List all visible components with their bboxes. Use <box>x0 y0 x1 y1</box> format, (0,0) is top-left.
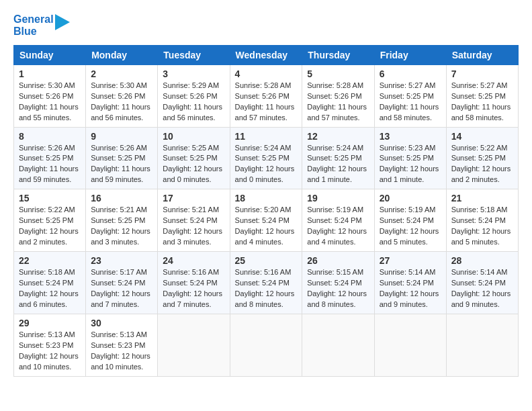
calendar-header-row: SundayMondayTuesdayWednesdayThursdayFrid… <box>14 45 519 64</box>
day-info: Sunrise: 5:17 AMSunset: 5:24 PMDaylight:… <box>91 267 152 310</box>
day-info: Sunrise: 5:27 AMSunset: 5:25 PMDaylight:… <box>380 81 441 124</box>
day-number: 27 <box>380 255 441 266</box>
day-info: Sunrise: 5:30 AMSunset: 5:26 PMDaylight:… <box>19 81 81 124</box>
calendar-day-cell: 19 Sunrise: 5:19 AMSunset: 5:24 PMDaylig… <box>302 189 374 252</box>
calendar-day-cell: 22 Sunrise: 5:18 AMSunset: 5:24 PMDaylig… <box>14 252 86 314</box>
day-number: 1 <box>19 68 81 79</box>
calendar-day-cell: 7 Sunrise: 5:27 AMSunset: 5:25 PMDayligh… <box>446 64 518 127</box>
day-number: 15 <box>19 193 81 203</box>
day-number: 10 <box>163 131 224 142</box>
calendar-day-cell: 20 Sunrise: 5:19 AMSunset: 5:24 PMDaylig… <box>374 189 446 252</box>
day-info: Sunrise: 5:27 AMSunset: 5:25 PMDaylight:… <box>451 81 513 124</box>
calendar-day-cell: 15 Sunrise: 5:22 AMSunset: 5:25 PMDaylig… <box>14 189 86 252</box>
day-number: 4 <box>235 68 298 79</box>
day-info: Sunrise: 5:24 AMSunset: 5:25 PMDaylight:… <box>235 143 298 186</box>
day-of-week-header: Sunday <box>14 45 86 64</box>
day-info: Sunrise: 5:13 AMSunset: 5:23 PMDaylight:… <box>91 330 152 373</box>
calendar-day-cell: 27 Sunrise: 5:14 AMSunset: 5:24 PMDaylig… <box>374 252 446 314</box>
day-info: Sunrise: 5:30 AMSunset: 5:26 PMDaylight:… <box>91 81 152 124</box>
logo: General Blue <box>13 13 70 38</box>
day-info: Sunrise: 5:16 AMSunset: 5:24 PMDaylight:… <box>163 267 224 310</box>
logo-container: General Blue <box>13 13 70 38</box>
day-number: 7 <box>451 68 513 79</box>
calendar-day-cell: 5 Sunrise: 5:28 AMSunset: 5:26 PMDayligh… <box>302 64 374 127</box>
calendar-day-cell: 18 Sunrise: 5:20 AMSunset: 5:24 PMDaylig… <box>230 189 302 252</box>
day-number: 17 <box>163 193 224 203</box>
day-of-week-header: Tuesday <box>158 45 230 64</box>
calendar-week-row: 8 Sunrise: 5:26 AMSunset: 5:25 PMDayligh… <box>14 127 519 189</box>
calendar-day-cell: 3 Sunrise: 5:29 AMSunset: 5:26 PMDayligh… <box>158 64 230 127</box>
day-info: Sunrise: 5:20 AMSunset: 5:24 PMDaylight:… <box>235 205 298 248</box>
calendar-day-cell: 10 Sunrise: 5:25 AMSunset: 5:25 PMDaylig… <box>158 127 230 189</box>
calendar-day-cell <box>374 314 446 376</box>
day-info: Sunrise: 5:15 AMSunset: 5:24 PMDaylight:… <box>307 267 369 310</box>
calendar-day-cell: 14 Sunrise: 5:22 AMSunset: 5:25 PMDaylig… <box>446 127 518 189</box>
day-number: 30 <box>91 318 152 328</box>
calendar-day-cell <box>446 314 518 376</box>
day-number: 21 <box>451 193 513 203</box>
calendar-day-cell: 12 Sunrise: 5:24 AMSunset: 5:25 PMDaylig… <box>302 127 374 189</box>
calendar-day-cell: 11 Sunrise: 5:24 AMSunset: 5:25 PMDaylig… <box>230 127 302 189</box>
calendar-table: SundayMondayTuesdayWednesdayThursdayFrid… <box>13 45 519 377</box>
day-info: Sunrise: 5:16 AMSunset: 5:24 PMDaylight:… <box>235 267 298 310</box>
day-of-week-header: Saturday <box>446 45 518 64</box>
day-number: 6 <box>380 68 441 79</box>
calendar-day-cell: 16 Sunrise: 5:21 AMSunset: 5:25 PMDaylig… <box>86 189 158 252</box>
calendar-day-cell: 2 Sunrise: 5:30 AMSunset: 5:26 PMDayligh… <box>86 64 158 127</box>
day-info: Sunrise: 5:28 AMSunset: 5:26 PMDaylight:… <box>235 81 298 124</box>
day-number: 9 <box>91 131 152 142</box>
day-info: Sunrise: 5:19 AMSunset: 5:24 PMDaylight:… <box>307 205 369 248</box>
day-number: 13 <box>380 131 441 142</box>
calendar-day-cell: 9 Sunrise: 5:26 AMSunset: 5:25 PMDayligh… <box>86 127 158 189</box>
calendar-day-cell: 30 Sunrise: 5:13 AMSunset: 5:23 PMDaylig… <box>86 314 158 376</box>
logo-arrow-icon <box>55 14 70 34</box>
calendar-day-cell: 21 Sunrise: 5:18 AMSunset: 5:24 PMDaylig… <box>446 189 518 252</box>
day-number: 24 <box>163 255 224 266</box>
day-info: Sunrise: 5:29 AMSunset: 5:26 PMDaylight:… <box>163 81 224 124</box>
day-info: Sunrise: 5:14 AMSunset: 5:24 PMDaylight:… <box>451 267 513 310</box>
page-header: General Blue <box>13 13 519 38</box>
day-info: Sunrise: 5:26 AMSunset: 5:25 PMDaylight:… <box>19 143 81 186</box>
day-number: 16 <box>91 193 152 203</box>
day-info: Sunrise: 5:26 AMSunset: 5:25 PMDaylight:… <box>91 143 152 186</box>
day-number: 5 <box>307 68 369 79</box>
calendar-day-cell: 17 Sunrise: 5:21 AMSunset: 5:24 PMDaylig… <box>158 189 230 252</box>
calendar-day-cell <box>158 314 230 376</box>
day-info: Sunrise: 5:23 AMSunset: 5:25 PMDaylight:… <box>380 143 441 186</box>
day-of-week-header: Monday <box>86 45 158 64</box>
calendar-day-cell: 23 Sunrise: 5:17 AMSunset: 5:24 PMDaylig… <box>86 252 158 314</box>
calendar-day-cell <box>230 314 302 376</box>
day-of-week-header: Friday <box>374 45 446 64</box>
day-number: 23 <box>91 255 152 266</box>
day-number: 26 <box>307 255 369 266</box>
day-number: 29 <box>19 318 81 328</box>
calendar-day-cell: 28 Sunrise: 5:14 AMSunset: 5:24 PMDaylig… <box>446 252 518 314</box>
day-info: Sunrise: 5:28 AMSunset: 5:26 PMDaylight:… <box>307 81 369 124</box>
day-number: 19 <box>307 193 369 203</box>
calendar-week-row: 15 Sunrise: 5:22 AMSunset: 5:25 PMDaylig… <box>14 189 519 252</box>
day-info: Sunrise: 5:25 AMSunset: 5:25 PMDaylight:… <box>163 143 224 186</box>
day-number: 8 <box>19 131 81 142</box>
day-info: Sunrise: 5:18 AMSunset: 5:24 PMDaylight:… <box>19 267 81 310</box>
day-number: 12 <box>307 131 369 142</box>
day-info: Sunrise: 5:21 AMSunset: 5:25 PMDaylight:… <box>91 205 152 248</box>
calendar-day-cell: 24 Sunrise: 5:16 AMSunset: 5:24 PMDaylig… <box>158 252 230 314</box>
day-number: 18 <box>235 193 298 203</box>
day-info: Sunrise: 5:24 AMSunset: 5:25 PMDaylight:… <box>307 143 369 186</box>
day-of-week-header: Wednesday <box>230 45 302 64</box>
day-number: 28 <box>451 255 513 266</box>
calendar-day-cell: 25 Sunrise: 5:16 AMSunset: 5:24 PMDaylig… <box>230 252 302 314</box>
day-number: 25 <box>235 255 298 266</box>
day-info: Sunrise: 5:21 AMSunset: 5:24 PMDaylight:… <box>163 205 224 248</box>
day-number: 14 <box>451 131 513 142</box>
calendar-day-cell: 6 Sunrise: 5:27 AMSunset: 5:25 PMDayligh… <box>374 64 446 127</box>
day-of-week-header: Thursday <box>302 45 374 64</box>
day-number: 3 <box>163 68 224 79</box>
calendar-week-row: 22 Sunrise: 5:18 AMSunset: 5:24 PMDaylig… <box>14 252 519 314</box>
calendar-day-cell: 8 Sunrise: 5:26 AMSunset: 5:25 PMDayligh… <box>14 127 86 189</box>
day-info: Sunrise: 5:22 AMSunset: 5:25 PMDaylight:… <box>451 143 513 186</box>
calendar-day-cell: 4 Sunrise: 5:28 AMSunset: 5:26 PMDayligh… <box>230 64 302 127</box>
calendar-day-cell: 26 Sunrise: 5:15 AMSunset: 5:24 PMDaylig… <box>302 252 374 314</box>
calendar-week-row: 29 Sunrise: 5:13 AMSunset: 5:23 PMDaylig… <box>14 314 519 376</box>
day-info: Sunrise: 5:18 AMSunset: 5:24 PMDaylight:… <box>451 205 513 248</box>
